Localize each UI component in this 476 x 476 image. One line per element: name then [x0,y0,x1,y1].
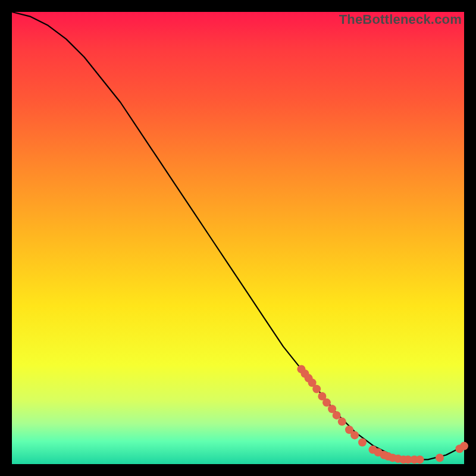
data-point [312,385,321,393]
data-point [436,453,444,462]
data-point [416,455,424,464]
data-point [460,442,468,450]
data-point [333,411,341,419]
bottleneck-curve [12,12,464,459]
data-point [350,431,359,439]
data-point [358,439,367,447]
plot-area: TheBottleneck.com [12,12,464,464]
chart-stage: TheBottleneck.com [0,0,476,476]
curve-layer [12,12,464,464]
data-point [322,399,331,407]
highlighted-points-group [297,365,468,464]
data-point [338,418,346,426]
